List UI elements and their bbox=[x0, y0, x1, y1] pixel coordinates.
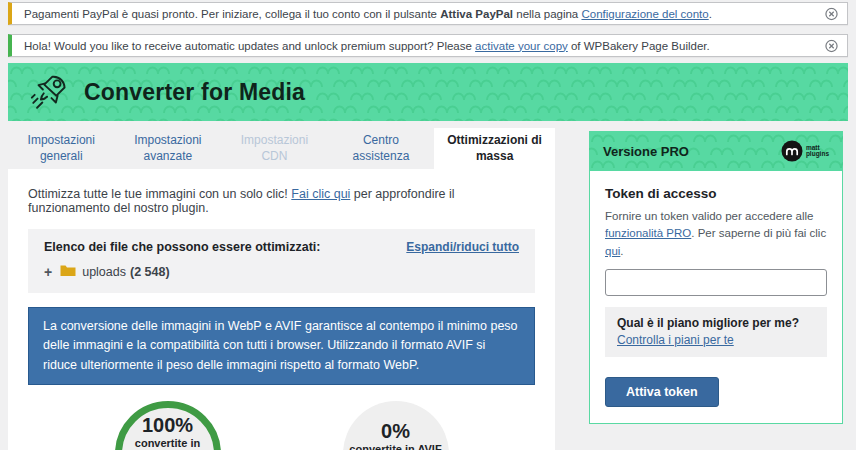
link-fai-clic-qui[interactable]: Fai clic qui bbox=[291, 187, 350, 201]
settings-tabs: Impostazioni generali Impostazioni avanz… bbox=[8, 128, 555, 169]
file-count: (2 548) bbox=[130, 265, 170, 279]
rocket-icon bbox=[28, 70, 70, 115]
pro-version-title: Versione PRO bbox=[603, 144, 689, 159]
pro-version-header: Versione PRO matt plugins bbox=[589, 131, 843, 171]
file-list-title: Elenco dei file che possono essere ottim… bbox=[44, 240, 320, 254]
expand-plus-icon[interactable]: + bbox=[44, 265, 52, 279]
mattplugins-logo-text: matt plugins bbox=[806, 145, 829, 158]
tab-centro-assistenza[interactable]: Centro assistenza bbox=[328, 128, 435, 169]
notice-paypal-text: Pagamenti PayPal è quasi pronto. Per ini… bbox=[24, 8, 712, 20]
link-activate-copy[interactable]: activate your copy bbox=[475, 40, 568, 52]
conversion-progress: 100% convertite in WebP 0 immagini riman… bbox=[28, 401, 535, 450]
tab-impostazioni-generali[interactable]: Impostazioni generali bbox=[8, 128, 115, 169]
webp-percent: 100% bbox=[142, 414, 193, 436]
avif-progress-column: 0% convertite in AVIF 2 548 immagini rim… bbox=[306, 401, 486, 450]
notice-paypal: Pagamenti PayPal è quasi pronto. Per ini… bbox=[8, 2, 848, 25]
link-qui[interactable]: qui bbox=[605, 245, 620, 257]
webp-avif-info-box: La conversione delle immagini in WebP e … bbox=[28, 307, 535, 385]
token-input[interactable] bbox=[605, 269, 827, 296]
token-description: Fornire un token valido per accedere all… bbox=[605, 208, 827, 260]
notice-wpbakery: Hola! Would you like to receive automati… bbox=[8, 34, 848, 57]
attiva-token-button[interactable]: Attiva token bbox=[605, 377, 719, 407]
intro-text: Ottimizza tutte le tue immagini con un s… bbox=[28, 187, 535, 215]
avif-progress-circle: 0% convertite in AVIF 2 548 immagini rim… bbox=[343, 401, 449, 450]
folder-name: uploads bbox=[82, 265, 126, 279]
link-account-configuration[interactable]: Configurazione del conto bbox=[581, 8, 708, 20]
webp-progress-circle: 100% convertite in WebP 0 immagini riman… bbox=[115, 401, 221, 450]
expand-collapse-all-link[interactable]: Espandi/riduci tutto bbox=[406, 240, 519, 254]
file-tree-row-uploads[interactable]: + uploads (2 548) bbox=[44, 264, 519, 280]
page-title: Converter for Media bbox=[84, 79, 305, 106]
plugin-header-banner: Converter for Media bbox=[8, 63, 848, 121]
avif-percent: 0% bbox=[381, 420, 410, 442]
notice-wpbakery-text: Hola! Would you like to receive automati… bbox=[24, 40, 710, 52]
dismiss-icon[interactable] bbox=[824, 38, 839, 53]
mattplugins-mark-icon bbox=[781, 140, 803, 162]
token-heading: Token di accesso bbox=[605, 186, 827, 201]
dismiss-icon[interactable] bbox=[824, 6, 839, 21]
tab-impostazioni-avanzate[interactable]: Impostazioni avanzate bbox=[115, 128, 222, 169]
mattplugins-logo: matt plugins bbox=[781, 140, 829, 162]
plan-suggestion-box: Qual è il piano migliore per me? Control… bbox=[605, 307, 827, 357]
pro-version-body: Token di accesso Fornire un token valido… bbox=[590, 171, 842, 423]
bulk-optimization-panel: Ottimizza tutte le tue immagini con un s… bbox=[8, 169, 555, 450]
tab-impostazioni-cdn: Impostazioni CDN bbox=[221, 128, 328, 169]
link-controlla-piani[interactable]: Controlla i piani per te bbox=[617, 333, 734, 347]
link-funzionalita-pro[interactable]: funzionalità PRO bbox=[605, 227, 691, 239]
tab-ottimizzazioni-di-massa[interactable]: Ottimizzazioni di massa bbox=[434, 128, 555, 169]
folder-icon bbox=[60, 264, 76, 280]
plan-question: Qual è il piano migliore per me? bbox=[617, 316, 815, 330]
file-list-box: Elenco dei file che possono essere ottim… bbox=[28, 229, 535, 293]
pro-version-box: Versione PRO matt plugins Token di acces… bbox=[589, 131, 843, 424]
webp-label: convertite in WebP bbox=[122, 437, 214, 450]
avif-label: convertite in AVIF bbox=[349, 443, 441, 450]
sidebar: Versione PRO matt plugins Token di acces… bbox=[589, 131, 843, 450]
webp-progress-column: 100% convertite in WebP 0 immagini riman… bbox=[78, 401, 258, 450]
